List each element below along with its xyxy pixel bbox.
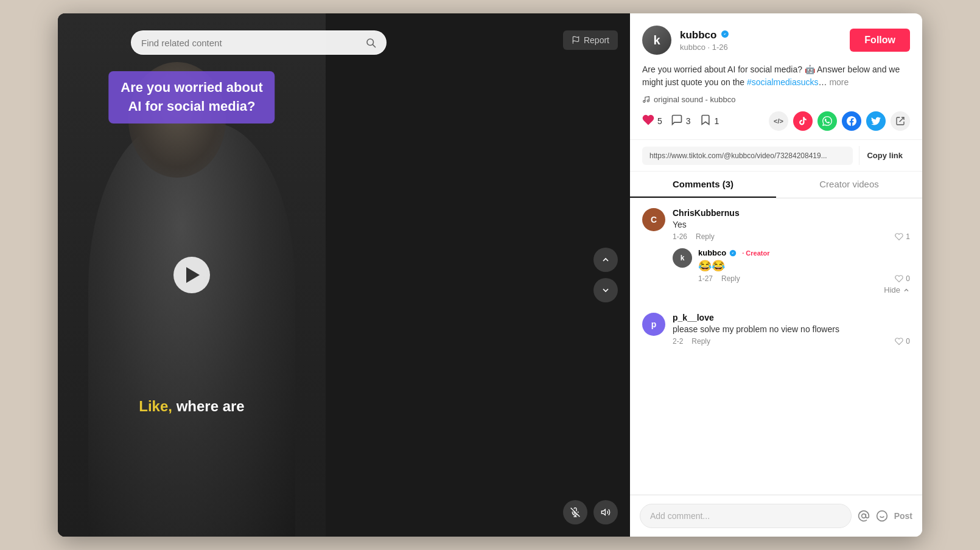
comments-section: C ChrisKubbernus Yes 1-26 Reply 1 (630, 198, 922, 495)
svg-point-10 (861, 514, 866, 518)
reply-like-icon (895, 274, 903, 283)
checkmark-icon (720, 29, 730, 39)
tab-creator-videos[interactable]: Creator videos (776, 172, 922, 198)
embed-button[interactable]: </> (769, 111, 788, 131)
tiktok-share-button[interactable] (793, 111, 813, 131)
mention-button[interactable] (858, 510, 870, 522)
emoji-button[interactable] (876, 510, 888, 522)
overlay-line2: AI for social media? (121, 97, 262, 116)
comment-action[interactable]: 3 (671, 114, 691, 129)
user-info: kubbco kubbco · 1-26 (680, 29, 841, 52)
report-label: Report (584, 35, 609, 45)
comment-like-2[interactable]: 0 (895, 337, 910, 346)
comment-avatar-2: p (642, 313, 665, 336)
comment-username: ChrisKubbernus (673, 208, 910, 218)
reply-like[interactable]: 0 (895, 274, 910, 283)
bookmark-action[interactable]: 1 (699, 114, 719, 129)
comment-icon (671, 114, 683, 129)
report-icon (572, 36, 580, 44)
volume-button[interactable] (593, 500, 618, 524)
post-hashtag[interactable]: #socialmediasucks (747, 77, 819, 87)
reply-reply-button[interactable]: Reply (721, 274, 740, 283)
svg-marker-6 (601, 509, 605, 515)
whatsapp-share-button[interactable] (817, 111, 837, 131)
reply-verified-icon (729, 249, 737, 257)
comment-text-2: please solve my problem no view no flowe… (673, 324, 910, 334)
more-share-button[interactable] (891, 111, 910, 131)
mute-icon (570, 507, 580, 517)
url-display: https://www.tiktok.com/@kubbco/video/732… (642, 147, 853, 165)
share-icon (895, 116, 905, 126)
video-panel: Are you worried about AI for social medi… (58, 13, 630, 537)
copy-link-button[interactable]: Copy link (859, 146, 910, 165)
text-overlay-top: Are you worried about AI for social medi… (108, 71, 275, 124)
emoji-icon (876, 510, 888, 522)
comment-like-count-2: 0 (906, 337, 910, 346)
verified-icon (720, 29, 730, 41)
tabs-row: Comments (3) Creator videos (630, 172, 922, 198)
reply-item: k kubbco · Creator 😂😂 1-2 (673, 248, 910, 283)
heart-svg (642, 114, 654, 126)
comment-meta: 1-26 Reply 1 (673, 232, 910, 241)
reply-username-row: kubbco · Creator (698, 248, 910, 257)
svg-point-11 (877, 511, 887, 521)
comment-avatar: C (642, 208, 665, 231)
comment-text: Yes (673, 220, 910, 229)
video-right: Report (326, 13, 630, 537)
reply-text: 😂😂 (698, 259, 910, 273)
more-link[interactable]: more (829, 77, 849, 87)
report-button[interactable]: Report (563, 30, 618, 50)
comment-like[interactable]: 1 (895, 232, 910, 241)
creator-badge: · Creator (742, 249, 769, 257)
sound-text: original sound - kubbco (654, 95, 735, 104)
app-container: Are you worried about AI for social medi… (58, 13, 922, 537)
comment-body-2: p_k__love please solve my problem no vie… (673, 313, 910, 346)
info-header: k kubbco kubbco · 1-26 Follow (630, 13, 922, 55)
info-panel: k kubbco kubbco · 1-26 Follow Are you wo… (630, 13, 922, 537)
svg-point-7 (643, 100, 645, 102)
search-button[interactable] (365, 37, 376, 48)
reply-button[interactable]: Reply (696, 232, 715, 241)
video-controls (563, 500, 618, 524)
reply-like-count: 0 (906, 274, 910, 283)
comment-bubble-svg (671, 114, 683, 126)
heart-icon (642, 114, 654, 129)
comment-input-row: Post (630, 495, 922, 537)
avatar: k (642, 26, 671, 55)
comment-input[interactable] (640, 504, 852, 528)
like-action[interactable]: 5 (642, 114, 662, 129)
twitter-share-button[interactable] (866, 111, 886, 131)
mute-button[interactable] (563, 500, 587, 524)
comment-like-count: 1 (906, 232, 910, 241)
hide-button[interactable]: Hide (673, 283, 910, 301)
volume-icon (601, 507, 611, 517)
video-left: Are you worried about AI for social medi… (58, 13, 326, 537)
hide-chevron-icon (903, 287, 910, 294)
reply-button-2[interactable]: Reply (691, 337, 710, 346)
search-input[interactable] (141, 38, 359, 48)
twitter-icon (871, 116, 881, 126)
bookmarks-count: 1 (715, 116, 719, 126)
at-icon (858, 510, 870, 522)
play-button[interactable] (173, 257, 210, 293)
post-comment-button[interactable]: Post (894, 511, 912, 521)
follow-button[interactable]: Follow (850, 29, 910, 52)
nav-up-button[interactable] (593, 248, 618, 272)
comment-timestamp-2: 2-2 (673, 337, 683, 346)
music-icon (642, 96, 650, 103)
comment-meta-2: 2-2 Reply 0 (673, 337, 910, 346)
overlay-line1: Are you worried about (121, 78, 262, 97)
likes-count: 5 (657, 116, 662, 126)
chevron-down-icon (601, 285, 611, 295)
url-row: https://www.tiktok.com/@kubbco/video/732… (630, 140, 922, 172)
bookmark-svg (699, 114, 712, 126)
facebook-share-button[interactable] (842, 111, 861, 131)
tab-comments[interactable]: Comments (3) (630, 172, 776, 198)
text-overlay-bottom: Like, where are (139, 398, 244, 415)
nav-down-button[interactable] (593, 278, 618, 302)
svg-point-8 (647, 100, 649, 102)
sub-info: kubbco · 1-26 (680, 43, 841, 52)
comments-count: 3 (686, 116, 691, 126)
comment-body: ChrisKubbernus Yes 1-26 Reply 1 (673, 208, 910, 301)
comment-item: C ChrisKubbernus Yes 1-26 Reply 1 (642, 208, 910, 301)
